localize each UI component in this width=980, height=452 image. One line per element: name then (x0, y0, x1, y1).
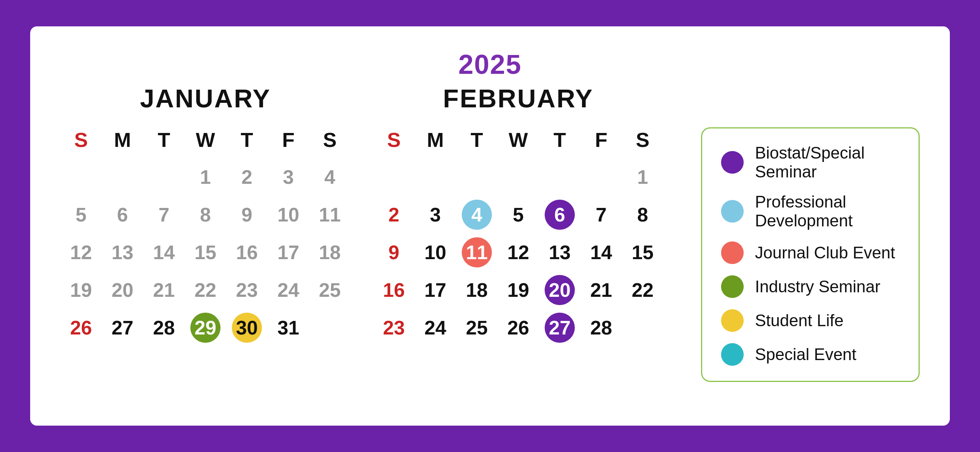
industry-dot (721, 275, 744, 298)
legend-item-industry: Industry Seminar (721, 275, 900, 298)
jan-29-circle: 29 (190, 312, 221, 343)
table-row: 25 (456, 309, 498, 347)
table-row: 9 (226, 196, 267, 233)
feb-20-circle: 20 (545, 275, 575, 305)
table-row (622, 309, 663, 347)
feb-day-11: 11 (456, 233, 498, 271)
jan-header-thu: T (226, 124, 267, 158)
table-row (581, 158, 622, 196)
jan-header-mon: M (102, 124, 143, 158)
table-row: 24 (415, 309, 456, 347)
table-row: 18 (309, 233, 350, 271)
feb-day-2: 2 (373, 196, 415, 233)
special-label: Special Event (755, 345, 856, 364)
jan-header-tue: T (143, 124, 185, 158)
feb-header-sat: S (622, 124, 663, 158)
legend-item-prodev: Professional Development (721, 192, 900, 230)
table-row (143, 158, 185, 196)
table-row: 24 (267, 271, 309, 309)
table-row: 14 (581, 233, 622, 271)
february-calendar: FEBRUARY S M T W T F S 1 2 3 (373, 84, 663, 347)
feb-header-tue: T (456, 124, 498, 158)
table-row: 23 (226, 271, 267, 309)
table-row (102, 158, 143, 196)
prodev-dot (721, 200, 744, 223)
feb-11-circle: 11 (462, 237, 492, 267)
table-row (456, 158, 498, 196)
journal-label: Journal Club Event (755, 243, 895, 262)
table-row: 10 (415, 233, 456, 271)
table-row: 1 (185, 158, 226, 196)
table-row: 7 (581, 196, 622, 233)
table-row (539, 158, 581, 196)
table-row: 27 (102, 309, 143, 347)
legend-item-biostat: Biostat/Special Seminar (721, 144, 900, 181)
table-row: 3 (415, 196, 456, 233)
legend-item-student: Student Life (721, 309, 900, 332)
feb-day-4: 4 (456, 196, 498, 233)
jan-header-sat: S (309, 124, 350, 158)
table-row: 31 (267, 309, 309, 347)
table-row (60, 158, 102, 196)
table-row: 21 (143, 271, 185, 309)
feb-day-23: 23 (373, 309, 415, 347)
table-row: 5 (60, 196, 102, 233)
table-row: 19 (60, 271, 102, 309)
table-row: 8 (622, 196, 663, 233)
table-row: 22 (622, 271, 663, 309)
table-row: 28 (581, 309, 622, 347)
table-row: 21 (581, 271, 622, 309)
table-row: 1 (622, 158, 663, 196)
feb-day-9: 9 (373, 233, 415, 271)
feb-day-20: 20 (539, 271, 581, 309)
jan-header-fri: F (267, 124, 309, 158)
table-row: 8 (185, 196, 226, 233)
feb-day-16: 16 (373, 271, 415, 309)
table-row: 16 (226, 233, 267, 271)
jan-day-30: 30 (226, 309, 267, 347)
table-row (309, 309, 350, 347)
february-grid: S M T W T F S 1 2 3 4 5 6 (373, 124, 663, 347)
journal-dot (721, 241, 744, 264)
table-row: 14 (143, 233, 185, 271)
table-row: 17 (415, 271, 456, 309)
special-dot (721, 343, 744, 366)
table-row (373, 158, 415, 196)
biostat-dot (721, 151, 744, 174)
legend-item-special: Special Event (721, 343, 900, 366)
feb-day-27: 27 (539, 309, 581, 347)
student-label: Student Life (755, 311, 843, 330)
table-row: 4 (309, 158, 350, 196)
table-row: 5 (498, 196, 539, 233)
legend-box: Biostat/Special Seminar Professional Dev… (701, 127, 920, 382)
table-row: 22 (185, 271, 226, 309)
student-dot (721, 309, 744, 332)
table-row: 28 (143, 309, 185, 347)
table-row: 12 (60, 233, 102, 271)
industry-label: Industry Seminar (755, 277, 880, 296)
jan-day-29: 29 (185, 309, 226, 347)
jan-header-wed: W (185, 124, 226, 158)
calendars-row: JANUARY S M T W T F S 1 2 3 4 5 6 (60, 84, 920, 403)
table-row: 17 (267, 233, 309, 271)
table-row: 26 (60, 309, 102, 347)
prodev-label: Professional Development (755, 192, 900, 230)
feb-4-circle: 4 (462, 200, 492, 230)
table-row: 13 (102, 233, 143, 271)
table-row: 10 (267, 196, 309, 233)
table-row: 13 (539, 233, 581, 271)
table-row: 19 (498, 271, 539, 309)
table-row: 25 (309, 271, 350, 309)
table-row: 15 (622, 233, 663, 271)
table-row: 6 (102, 196, 143, 233)
table-row: 26 (498, 309, 539, 347)
feb-header-wed: W (498, 124, 539, 158)
table-row: 12 (498, 233, 539, 271)
feb-6-circle: 6 (545, 200, 575, 230)
feb-header-sun: S (373, 124, 415, 158)
legend-item-journal: Journal Club Event (721, 241, 900, 264)
table-row: 20 (102, 271, 143, 309)
biostat-label: Biostat/Special Seminar (755, 144, 900, 181)
january-calendar: JANUARY S M T W T F S 1 2 3 4 5 6 (60, 84, 350, 347)
february-title: FEBRUARY (373, 84, 663, 113)
